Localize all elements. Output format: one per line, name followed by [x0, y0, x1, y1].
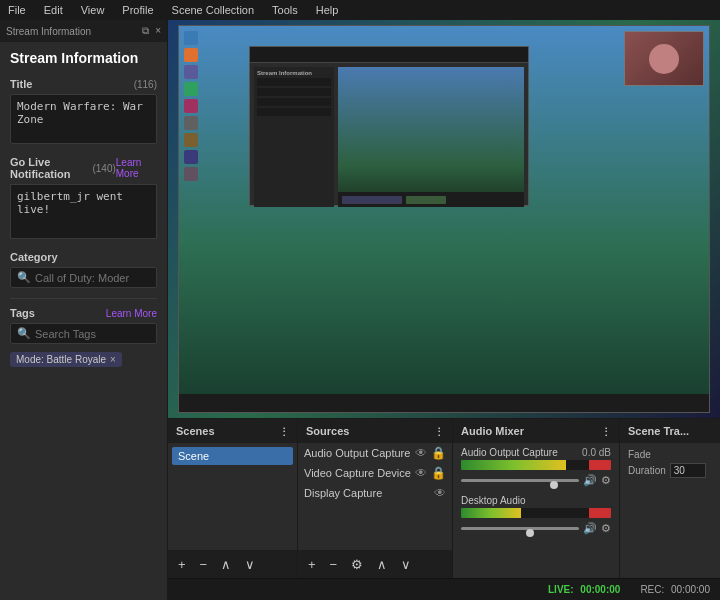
source-settings-button[interactable] [347, 555, 367, 574]
add-scene-button[interactable] [174, 555, 190, 574]
go-live-section-header: Go Live Notification (140) Learn More [10, 156, 157, 180]
webcam-overlay [624, 31, 704, 86]
sources-section: Sources ⋮ Audio Output Capture 👁 🔒 [298, 419, 453, 578]
panel-close-icon[interactable]: × [155, 25, 161, 37]
tags-search-input[interactable] [35, 328, 150, 340]
go-live-label: Go Live Notification [10, 156, 88, 180]
scene-transitions-section: Scene Tra... Fade Duration [620, 419, 720, 578]
go-live-char-count: (140) [92, 163, 115, 174]
source-0-eye-icon[interactable]: 👁 [415, 446, 427, 460]
scenes-options-icon[interactable]: ⋮ [279, 426, 289, 437]
remove-scene-button[interactable] [196, 555, 212, 574]
category-input[interactable] [35, 272, 150, 284]
menu-help[interactable]: Help [312, 2, 343, 18]
scenes-header: Scenes ⋮ [168, 419, 297, 443]
preview-taskbar [179, 394, 709, 412]
scene-down-button[interactable] [241, 555, 259, 574]
scenes-section: Scenes ⋮ Scene [168, 419, 298, 578]
preview-canvas: Stream Information [168, 20, 720, 418]
sources-header: Sources ⋮ [298, 419, 452, 443]
go-live-learn-more[interactable]: Learn More [116, 157, 157, 179]
menu-file[interactable]: File [4, 2, 30, 18]
bottom-bar: Scenes ⋮ Scene Sources [168, 418, 720, 578]
audio-channel-1-header: Desktop Audio [461, 495, 611, 506]
menu-profile[interactable]: Profile [118, 2, 157, 18]
source-2-eye-icon[interactable]: 👁 [434, 486, 446, 500]
stream-info-panel: Stream Information ⧉ × Stream Informatio… [0, 20, 168, 600]
source-1-icons: 👁 🔒 [415, 466, 446, 480]
source-item-2: Display Capture 👁 [298, 483, 452, 503]
tags-section-header: Tags Learn More [10, 307, 157, 319]
audio-channel-0-slider[interactable] [461, 479, 579, 482]
source-down-button[interactable] [397, 555, 415, 574]
audio-section: Audio Mixer ⋮ Audio Output Capture 0.0 d… [453, 419, 620, 578]
tags-list: Mode: Battle Royale × [10, 352, 157, 371]
menu-scene-collection[interactable]: Scene Collection [168, 2, 259, 18]
audio-channel-0-speaker[interactable] [583, 474, 597, 487]
scene-trans-duration-row: Duration [628, 463, 712, 478]
audio-channel-1-slider[interactable] [461, 527, 579, 530]
go-live-input[interactable]: gilbertm_jr went live! [10, 184, 157, 239]
audio-channel-0-controls [461, 474, 611, 487]
audio-bar-green-1 [461, 508, 521, 518]
preview-desktop: Stream Information [178, 25, 710, 413]
audio-channel-0-gear[interactable] [601, 474, 611, 487]
preview-inner-titlebar [250, 47, 528, 63]
scene-trans-content: Fade Duration [620, 443, 720, 490]
audio-bar-green-0 [461, 460, 566, 470]
source-0-lock-icon[interactable]: 🔒 [431, 446, 446, 460]
scenes-header-icons: ⋮ [279, 426, 289, 437]
tag-close-icon[interactable]: × [110, 354, 116, 365]
audio-channel-0-db: 0.0 dB [582, 447, 611, 458]
tags-search-icon: 🔍 [17, 327, 31, 340]
sources-header-icons: ⋮ [434, 426, 444, 437]
panel-heading: Stream Information [10, 50, 157, 66]
source-2-icons: 👁 [434, 486, 446, 500]
preview-inner-content: Stream Information [250, 63, 528, 211]
audio-channel-1: Desktop Audio [453, 491, 619, 539]
panel-titlebar: Stream Information ⧉ × [0, 20, 167, 42]
title-section-label: Title (116) [10, 78, 157, 90]
audio-header: Audio Mixer ⋮ [453, 419, 619, 443]
panel-titlebar-text: Stream Information [6, 26, 91, 37]
audio-channel-0-header: Audio Output Capture 0.0 dB [461, 447, 611, 458]
scene-trans-duration-input[interactable] [670, 463, 706, 478]
source-item-0: Audio Output Capture 👁 🔒 [298, 443, 452, 463]
title-input[interactable]: Modern Warfare: War Zone [10, 94, 157, 144]
scene-up-button[interactable] [217, 555, 235, 574]
audio-channel-1-speaker[interactable] [583, 522, 597, 535]
tags-learn-more[interactable]: Learn More [106, 308, 157, 319]
preview-inner-window: Stream Information [249, 46, 529, 206]
sources-options-icon[interactable]: ⋮ [434, 426, 444, 437]
content-area: Stream Information [168, 20, 720, 600]
category-input-wrap: 🔍 [10, 267, 157, 288]
sources-controls [298, 550, 452, 578]
scene-trans-duration-label: Duration [628, 465, 666, 476]
tag-battle-royale: Mode: Battle Royale × [10, 352, 122, 367]
add-source-button[interactable] [304, 555, 320, 574]
divider-1 [10, 298, 157, 299]
audio-options-icon[interactable]: ⋮ [601, 426, 611, 437]
preview-area: Stream Information [168, 20, 720, 418]
audio-channel-1-bar [461, 508, 611, 518]
scene-item[interactable]: Scene [172, 447, 293, 465]
remove-source-button[interactable] [326, 555, 342, 574]
audio-bar-red-0 [589, 460, 612, 470]
audio-channel-0: Audio Output Capture 0.0 dB [453, 443, 619, 491]
source-1-lock-icon[interactable]: 🔒 [431, 466, 446, 480]
scene-trans-header: Scene Tra... [620, 419, 720, 443]
rec-status: REC: 00:00:00 [640, 584, 710, 595]
menu-edit[interactable]: Edit [40, 2, 67, 18]
audio-bar-red-1 [589, 508, 612, 518]
category-label: Category [10, 251, 157, 263]
source-up-button[interactable] [373, 555, 391, 574]
audio-channel-1-gear[interactable] [601, 522, 611, 535]
live-status: LIVE: 00:00:00 [548, 584, 620, 595]
source-1-eye-icon[interactable]: 👁 [415, 466, 427, 480]
panel-content: Stream Information Title (116) Modern Wa… [0, 42, 167, 600]
menu-view[interactable]: View [77, 2, 109, 18]
tags-label: Tags [10, 307, 35, 319]
menu-tools[interactable]: Tools [268, 2, 302, 18]
audio-channel-1-controls [461, 522, 611, 535]
panel-float-icon[interactable]: ⧉ [142, 25, 149, 37]
